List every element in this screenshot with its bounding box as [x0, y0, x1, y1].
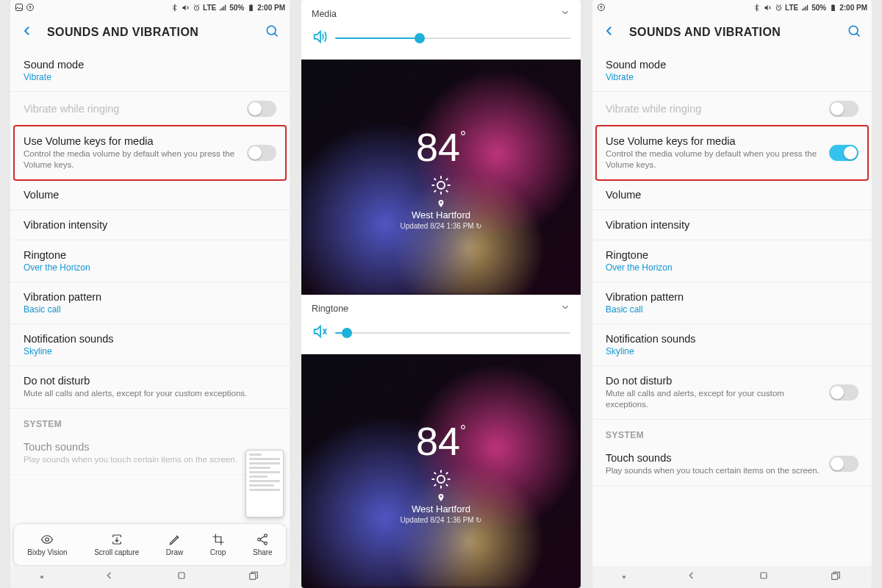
nav-assistant-icon[interactable]: [623, 576, 625, 578]
weather-temp: 84°: [416, 418, 466, 464]
nav-bar: [592, 566, 872, 588]
vib-intensity-row[interactable]: Vibration intensity: [10, 210, 290, 240]
screenshot-thumbnail[interactable]: [245, 450, 284, 517]
ringtone-label: Ringtone: [606, 249, 858, 261]
notif-label: Notification sounds: [606, 333, 858, 345]
sun-icon: [430, 468, 452, 490]
ringtone-row[interactable]: RingtoneOver the Horizon: [10, 240, 290, 282]
ringtone-value: Over the Horizon: [606, 262, 858, 273]
nav-recents-icon[interactable]: [248, 570, 259, 584]
media-slider[interactable]: [335, 37, 570, 39]
battery-icon: [246, 3, 255, 12]
sound-mode-value: Vibrate: [24, 72, 276, 82]
svg-point-12: [437, 182, 445, 189]
nav-back-icon[interactable]: [104, 570, 115, 584]
vibrate-ringing-label: Vibrate while ringing: [24, 103, 238, 115]
svg-rect-11: [250, 573, 256, 579]
nav-home-icon[interactable]: [758, 570, 770, 584]
vibrate-ringing-toggle: [829, 101, 858, 117]
volume-keys-toggle[interactable]: [247, 145, 276, 161]
lte-label: LTE: [785, 4, 798, 12]
volume-row[interactable]: Volume: [592, 180, 872, 210]
settings-list: Sound modeVibrate Vibrate while ringing …: [592, 50, 872, 588]
dnd-row[interactable]: Do not disturbMute all calls and alerts,…: [10, 366, 290, 409]
page-title: SOUNDS AND VIBRATION: [47, 26, 251, 39]
phone-right: LTE 50% 2:00 PM SOUNDS AND VIBRATION Sou…: [592, 0, 872, 588]
vibrate-ringing-row: Vibrate while ringing: [10, 92, 290, 126]
svg-rect-3: [249, 4, 253, 10]
phone-middle: Media 84° West Hartford Updated 8/24 1:3…: [301, 0, 581, 588]
clock: 2:00 PM: [839, 4, 867, 12]
nav-recents-icon[interactable]: [830, 570, 842, 584]
volume-keys-row[interactable]: Use Volume keys for mediaControl the med…: [592, 126, 872, 180]
svg-rect-0: [16, 4, 23, 11]
svg-rect-17: [832, 4, 833, 4]
svg-rect-4: [250, 4, 251, 4]
back-icon[interactable]: [603, 24, 616, 40]
scroll-capture-button[interactable]: Scroll capture: [94, 533, 139, 556]
volume-keys-toggle[interactable]: [829, 145, 858, 161]
vib-pattern-value: Basic call: [24, 304, 276, 315]
touch-desc: Play sounds when you touch certain items…: [606, 465, 820, 476]
dnd-toggle[interactable]: [829, 384, 858, 401]
nav-assistant-icon[interactable]: [40, 576, 43, 578]
battery-pct: 50%: [811, 4, 826, 12]
svg-rect-20: [832, 573, 838, 579]
share-button[interactable]: Share: [253, 533, 273, 556]
notif-row[interactable]: Notification soundsSkyline: [592, 324, 872, 366]
nav-bar: [10, 566, 290, 588]
image-icon: [15, 3, 24, 12]
battery-icon: [828, 3, 837, 12]
app-bar: SOUNDS AND VIBRATION: [592, 15, 872, 50]
nav-back-icon[interactable]: [686, 570, 698, 584]
crop-button[interactable]: Crop: [210, 533, 226, 556]
dnd-desc: Mute all calls and alerts, except for yo…: [606, 388, 820, 410]
vib-pattern-row[interactable]: Vibration patternBasic call: [10, 282, 290, 324]
weather-city: West Hartford: [412, 503, 470, 514]
svg-point-6: [46, 538, 49, 542]
dnd-row[interactable]: Do not disturbMute all calls and alerts,…: [592, 366, 872, 420]
media-label: Media: [312, 9, 337, 19]
weather-updated: Updated 8/24 1:36 PM ↻: [401, 516, 482, 524]
dnd-label: Do not disturb: [606, 375, 820, 387]
ringtone-row[interactable]: RingtoneOver the Horizon: [592, 240, 872, 282]
svg-rect-16: [831, 4, 835, 10]
weather-updated: Updated 8/24 1:36 PM ↻: [401, 222, 482, 230]
status-bar: LTE 50% 2:00 PM: [10, 0, 290, 15]
vib-pattern-value: Basic call: [606, 304, 858, 315]
collapse-icon[interactable]: [560, 7, 570, 20]
collapse-icon[interactable]: [560, 302, 570, 315]
sound-mode-row[interactable]: Sound modeVibrate: [10, 50, 290, 92]
vib-pattern-label: Vibration pattern: [24, 291, 276, 303]
bixby-vision-button[interactable]: Bixby Vision: [27, 533, 67, 556]
ringtone-slider[interactable]: [335, 332, 570, 334]
vib-intensity-row[interactable]: Vibration intensity: [592, 210, 872, 240]
notif-label: Notification sounds: [24, 333, 276, 345]
volume-row[interactable]: Volume: [10, 180, 290, 210]
clock: 2:00 PM: [257, 4, 285, 12]
phone-left: LTE 50% 2:00 PM SOUNDS AND VIBRATION Sou…: [10, 0, 290, 588]
search-icon[interactable]: [265, 24, 279, 41]
sound-mode-row[interactable]: Sound modeVibrate: [592, 50, 872, 92]
vib-pattern-row[interactable]: Vibration patternBasic call: [592, 282, 872, 324]
sun-icon: [430, 174, 452, 196]
notif-value: Skyline: [606, 346, 858, 356]
speaker-muted-icon: [312, 323, 328, 343]
vib-intensity-label: Vibration intensity: [606, 219, 858, 231]
ringtone-volume-section: Ringtone: [301, 295, 581, 354]
vibrate-ringing-label: Vibrate while ringing: [606, 103, 820, 115]
touch-toggle[interactable]: [829, 456, 858, 472]
back-icon[interactable]: [21, 24, 34, 40]
svg-rect-10: [179, 573, 184, 578]
upload-icon: [26, 3, 35, 12]
dnd-label: Do not disturb: [24, 375, 276, 387]
mute-icon: [181, 3, 190, 12]
volume-keys-row[interactable]: Use Volume keys for mediaControl the med…: [10, 126, 290, 180]
draw-button[interactable]: Draw: [166, 533, 183, 556]
search-icon[interactable]: [847, 24, 861, 41]
touch-row[interactable]: Touch soundsPlay sounds when you touch c…: [592, 443, 872, 486]
wallpaper-preview-2: 84° West Hartford Updated 8/24 1:36 PM ↻: [301, 354, 581, 588]
notif-row[interactable]: Notification soundsSkyline: [10, 324, 290, 366]
nav-home-icon[interactable]: [176, 570, 187, 584]
sound-mode-label: Sound mode: [606, 59, 858, 71]
